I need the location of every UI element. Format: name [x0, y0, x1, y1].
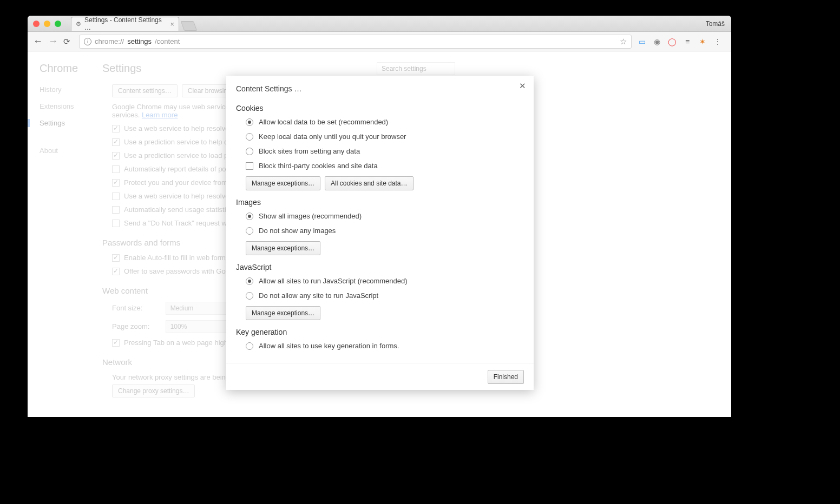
- radio-1-1[interactable]: [246, 227, 253, 235]
- content-area: Chrome History Extensions Settings About…: [28, 51, 731, 417]
- bookmark-star-icon[interactable]: ☆: [620, 37, 627, 47]
- radio-1-0[interactable]: [246, 213, 253, 220]
- section-1-button-0[interactable]: Manage exceptions…: [246, 241, 320, 255]
- close-window[interactable]: [33, 21, 40, 27]
- minimize-window[interactable]: [44, 21, 50, 27]
- finished-button[interactable]: Finished: [488, 370, 524, 384]
- radio-0-2[interactable]: [246, 148, 253, 155]
- modal-body: ✕ Content Settings … CookiesAllow local …: [226, 76, 534, 363]
- section-heading-2: JavaScript: [236, 263, 522, 271]
- modal-close-button[interactable]: ✕: [519, 81, 526, 91]
- forward-button[interactable]: →: [48, 36, 58, 47]
- content-settings-modal: ✕ Content Settings … CookiesAllow local …: [226, 76, 534, 390]
- gear-icon: ⚙: [76, 21, 81, 28]
- url-host: settings: [127, 37, 152, 45]
- new-tab-button[interactable]: [181, 21, 198, 31]
- address-bar[interactable]: i chrome://settings/content ☆: [79, 35, 632, 49]
- close-tab-icon[interactable]: ×: [170, 20, 174, 28]
- buffer-icon[interactable]: ≡: [682, 37, 692, 47]
- hover-icon[interactable]: ✶: [698, 37, 707, 47]
- toolbar: ← → ⟳ i chrome://settings/content ☆ ▭ ◉ …: [28, 32, 731, 51]
- reload-button[interactable]: ⟳: [63, 37, 70, 47]
- checkbox-0-0[interactable]: [246, 162, 253, 170]
- opera-icon[interactable]: ◯: [667, 37, 677, 47]
- modal-footer: Finished: [226, 363, 534, 390]
- profile-name[interactable]: Tomáš: [706, 20, 725, 28]
- checkbox-label-0-0: Block third-party cookies and site data: [259, 162, 378, 170]
- titlebar: ⚙ Settings - Content Settings … × Tomáš: [28, 16, 731, 32]
- url-scheme: chrome://: [95, 37, 124, 45]
- radio-0-0[interactable]: [246, 118, 253, 126]
- url-path: /content: [155, 37, 180, 45]
- radio-0-1[interactable]: [246, 133, 253, 141]
- site-info-icon[interactable]: i: [84, 38, 91, 45]
- section-heading-0: Cookies: [236, 104, 522, 112]
- browser-tab[interactable]: ⚙ Settings - Content Settings … ×: [71, 17, 179, 31]
- maximize-window[interactable]: [55, 21, 61, 27]
- radio-label-2-1: Do not allow any site to run JavaScript: [259, 291, 378, 300]
- traffic-lights: [28, 21, 61, 27]
- radio-label-0-2: Block sites from setting any data: [259, 147, 360, 155]
- camera-icon[interactable]: ◉: [652, 37, 662, 47]
- radio-label-3-0: Allow all sites to use key generation in…: [259, 342, 399, 350]
- radio-label-2-0: Allow all sites to run JavaScript (recom…: [259, 277, 408, 285]
- radio-3-0[interactable]: [246, 342, 253, 350]
- radio-label-0-0: Allow local data to be set (recommended): [259, 118, 388, 126]
- section-heading-3: Key generation: [236, 328, 522, 336]
- tab-title: Settings - Content Settings …: [84, 16, 165, 31]
- radio-2-0[interactable]: [246, 277, 253, 285]
- cast-icon[interactable]: ▭: [637, 37, 647, 47]
- section-heading-1: Images: [236, 198, 522, 207]
- extension-icons: ▭ ◉ ◯ ≡ ✶ ⋮: [637, 37, 726, 47]
- back-button[interactable]: ←: [33, 36, 43, 47]
- browser-window: ⚙ Settings - Content Settings … × Tomáš …: [28, 16, 731, 417]
- radio-label-1-0: Show all images (recommended): [259, 212, 362, 220]
- menu-icon[interactable]: ⋮: [713, 37, 723, 47]
- radio-label-0-1: Keep local data only until you quit your…: [259, 132, 406, 141]
- section-0-button-1[interactable]: All cookies and site data…: [325, 176, 413, 190]
- section-0-button-0[interactable]: Manage exceptions…: [246, 176, 320, 190]
- radio-label-1-1: Do not show any images: [259, 227, 336, 235]
- radio-2-1[interactable]: [246, 292, 253, 300]
- section-2-button-0[interactable]: Manage exceptions…: [246, 306, 320, 320]
- modal-title: Content Settings …: [236, 84, 522, 93]
